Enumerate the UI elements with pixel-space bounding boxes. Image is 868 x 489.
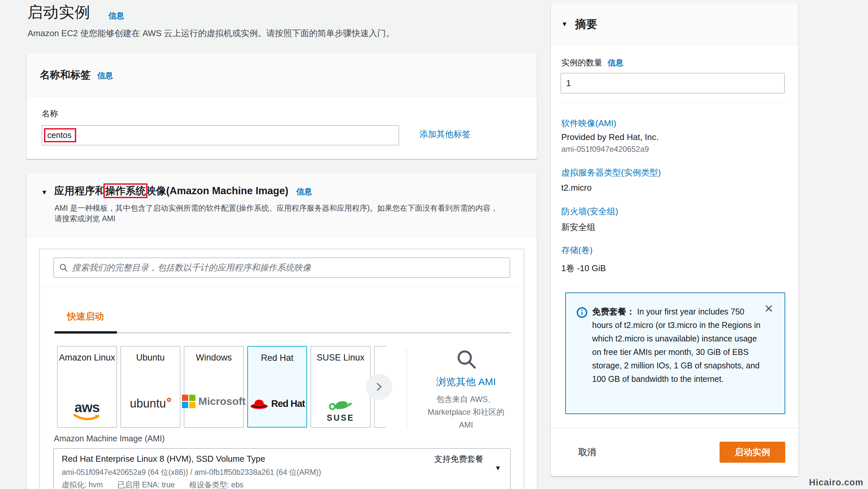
ami-select-dropdown[interactable]: Red Hat Enterprise Linux 8 (HVM), SSD Vo… [54, 448, 511, 489]
vertical-divider [407, 349, 407, 429]
red-hat-fedora-icon [250, 397, 269, 410]
free-tier-eligible-badge: 支持免费套餐 [434, 454, 484, 464]
ami-search-input[interactable] [72, 260, 510, 276]
summary-panel: ▼ 摘要 实例的数量 信息 软件映像(AMI) Provided by Red … [551, 3, 798, 477]
os-card-amazon-linux[interactable]: Amazon Linux aws [57, 346, 117, 428]
summary-item-firewall-value: 新安全组 [561, 222, 595, 233]
instance-count-input[interactable] [561, 73, 784, 93]
ami-catalog-panel: 快速启动 Amazon Linux aws Ubuntu ubuntu [39, 249, 524, 489]
microsoft-squares-icon [182, 395, 195, 408]
page-subtitle: Amazon EC2 使您能够创建在 AWS 云上运行的虚拟机或实例。请按照下面… [28, 28, 395, 39]
watermark: Hicairo.com [809, 478, 863, 488]
carousel-next-button[interactable] [366, 374, 392, 400]
tab-baseline [55, 333, 511, 333]
launch-instance-button[interactable]: 启动实例 [719, 442, 785, 463]
selected-ami-ids: ami-051f0947e420652a9 (64 位(x86)) / ami-… [62, 467, 502, 478]
summary-item-storage-link[interactable]: 存储(卷) [561, 244, 592, 256]
ami-section: ▼ 应用程序和操作系统映像(Amazon Machine Image)信息 AM… [27, 174, 537, 489]
ami-section-title: 应用程序和操作系统映像(Amazon Machine Image)信息 [54, 184, 312, 198]
collapse-caret-icon[interactable]: ▼ [561, 20, 568, 28]
panel-divider [40, 286, 524, 287]
page-title: 启动实例 [27, 2, 90, 23]
summary-item-instance-type-value: t2.micro [561, 183, 591, 193]
ubuntu-logo: ubuntu [121, 397, 180, 410]
collapse-caret-icon[interactable]: ▼ [41, 189, 48, 196]
instance-count-row: 实例的数量 信息 [561, 57, 623, 68]
name-and-tags-title: 名称和标签 [40, 68, 91, 82]
summary-item-software-image-link[interactable]: 软件映像(AMI) [561, 118, 616, 129]
instance-name-input[interactable]: centos [42, 125, 399, 145]
browse-other-ami-block: 浏览其他 AMI 包含来自 AWS、 Marketplace 和社区的 AMI [408, 348, 525, 431]
free-tier-notice: 免费套餐： In your first year includes 750 ho… [565, 292, 785, 414]
chevron-right-icon [374, 382, 384, 392]
summary-header: ▼ 摘要 [551, 3, 798, 45]
os-card-red-hat-selected[interactable]: Red Hat Red Hat [247, 346, 307, 428]
os-card-suse-linux[interactable]: SUSE Linux SUSE [311, 346, 370, 428]
os-card-windows[interactable]: Windows Microsoft [184, 346, 244, 428]
red-highlight-annotation-name: centos [45, 130, 75, 141]
suse-logo: SUSE [311, 397, 370, 423]
ami-section-info-link[interactable]: 信息 [296, 187, 312, 196]
summary-title: 摘要 [575, 17, 597, 32]
ec2-launch-instance-page: { "labels": { "info": "信息" }, "page": { … [0, 0, 868, 489]
suse-chameleon-icon [328, 397, 353, 412]
page-title-info-link[interactable]: 信息 [108, 10, 124, 21]
ami-section-header: ▼ 应用程序和操作系统映像(Amazon Machine Image)信息 AM… [27, 174, 537, 237]
os-card-carousel: Amazon Linux aws Ubuntu ubuntu Windows M [54, 346, 386, 429]
add-tags-link[interactable]: 添加其他标签 [420, 128, 471, 140]
name-field-label: 名称 [42, 108, 58, 119]
os-card-label: Amazon Linux [58, 352, 117, 364]
red-highlight-annotation-os: 操作系统 [105, 185, 146, 197]
os-card-label: Ubuntu [121, 352, 180, 364]
summary-item-software-image-id: ami-051f0947e420652a9 [561, 145, 649, 154]
dropdown-caret-icon[interactable]: ▼ [495, 464, 501, 472]
os-card-label: Windows [184, 352, 243, 364]
tab-quick-start[interactable]: 快速启动 [67, 310, 104, 323]
os-card-ubuntu[interactable]: Ubuntu ubuntu [121, 346, 180, 428]
free-tier-notice-text: 免费套餐： In your first year includes 750 ho… [592, 305, 766, 386]
instance-count-label: 实例的数量 [561, 57, 602, 68]
selected-ami-title: Red Hat Enterprise Linux 8 (HVM), SSD Vo… [62, 454, 434, 464]
ami-select-label: Amazon Machine Image (AMI) [54, 434, 165, 443]
ami-section-description-line1: AMI 是一种模板，其中包含了启动实例所需的软件配置(操作系统、应用程序服务器和… [55, 203, 498, 213]
summary-item-firewall-link[interactable]: 防火墙(安全组) [561, 206, 618, 217]
search-icon [59, 263, 68, 272]
tab-active-indicator [55, 331, 117, 334]
summary-item-storage-value: 1卷 -10 GiB [561, 263, 606, 274]
name-and-tags-header: 名称和标签 信息 [27, 54, 537, 96]
instance-count-info-link[interactable]: 信息 [608, 58, 623, 68]
aws-smile-icon [73, 413, 101, 422]
red-hat-logo: Red Hat [248, 397, 306, 410]
summary-item-software-image-value: Provided by Red Hat, Inc. [561, 132, 658, 142]
microsoft-logo: Microsoft [184, 395, 243, 408]
browse-other-ami-link[interactable]: 浏览其他 AMI [408, 375, 525, 389]
browse-other-ami-description: 包含来自 AWS、 Marketplace 和社区的 AMI [408, 393, 525, 431]
os-card-label: Red Hat [248, 352, 306, 364]
close-icon[interactable]: ✕ [764, 303, 774, 314]
selected-ami-attributes: 虚拟化: hvm已启用 ENA: true根设备类型: ebs [62, 480, 502, 489]
ubuntu-circle-icon [167, 398, 171, 402]
ami-section-description-line2: 请搜索或浏览 AMI [55, 213, 115, 224]
cancel-button[interactable]: 取消 [578, 446, 596, 458]
name-and-tags-section: 名称和标签 信息 名称 centos 添加其他标签 [27, 54, 537, 159]
ami-search-box [54, 258, 510, 278]
aws-logo: aws [58, 402, 117, 422]
info-circle-icon [577, 307, 588, 318]
browse-search-icon [456, 348, 476, 369]
name-and-tags-info-link[interactable]: 信息 [97, 70, 113, 81]
os-card-label: SUSE Linux [311, 352, 370, 364]
divider [561, 103, 788, 103]
summary-item-instance-type-link[interactable]: 虚拟服务器类型(实例类型) [561, 167, 661, 178]
footer-divider [551, 428, 798, 429]
